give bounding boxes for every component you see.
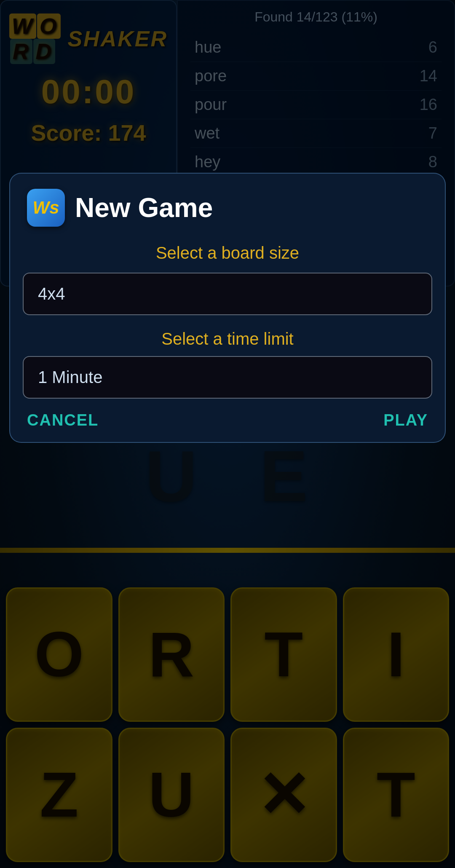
time-limit-label: Select a time limit xyxy=(10,319,445,356)
time-limit-select[interactable]: 1 Minute xyxy=(23,356,432,399)
modal-header: Ws New Game xyxy=(10,174,445,239)
board-size-select[interactable]: 4x4 xyxy=(23,273,432,315)
new-game-modal: Ws New Game Select a board size 4x4 Sele… xyxy=(9,173,446,443)
modal-actions: CANCEL PLAY xyxy=(10,403,445,434)
modal-title: New Game xyxy=(75,192,213,223)
board-size-label: Select a board size xyxy=(10,239,445,273)
play-button[interactable]: PLAY xyxy=(383,411,428,429)
cancel-button[interactable]: CANCEL xyxy=(27,411,99,429)
app-icon: Ws xyxy=(27,189,65,227)
